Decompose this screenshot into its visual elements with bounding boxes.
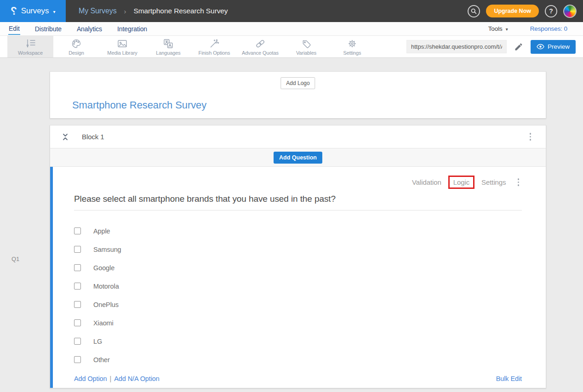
checkbox-samsung[interactable] xyxy=(74,246,81,253)
chain-links-icon xyxy=(255,38,266,49)
top-bar: ? Surveys ▾ My Surveys › Smartphone Rese… xyxy=(0,0,583,22)
breadcrumb-separator-icon: › xyxy=(124,7,126,15)
collapse-block-button[interactable] xyxy=(62,133,69,141)
option-row-oneplus: OnePlus xyxy=(74,295,522,314)
block-title[interactable]: Block 1 xyxy=(82,133,104,141)
workspace-icon xyxy=(24,38,36,49)
add-logo-button[interactable]: Add Logo xyxy=(280,77,315,89)
topbar-actions: Upgrade Now ? xyxy=(468,5,583,18)
collapse-vertical-icon xyxy=(62,133,69,141)
survey-nav: Edit Distribute Analytics Integration To… xyxy=(0,22,583,36)
upgrade-now-button[interactable]: Upgrade Now xyxy=(486,5,539,17)
tag-icon xyxy=(301,38,312,49)
add-question-strip: Add Question xyxy=(50,148,546,167)
question-footer: Add Option | Add N/A Option Bulk Edit xyxy=(74,375,522,382)
questionpro-logo-icon: ? xyxy=(11,5,17,17)
block-menu-button[interactable] xyxy=(527,131,534,142)
option-label[interactable]: Apple xyxy=(93,227,110,235)
question-logic-link[interactable]: Logic xyxy=(448,176,474,189)
question-card: Validation Logic Settings Please select … xyxy=(50,167,546,388)
option-label[interactable]: Xiaomi xyxy=(93,319,114,327)
option-row-google: Google xyxy=(74,259,522,277)
gear-icon xyxy=(347,38,358,49)
question-number-label: Q1 xyxy=(11,256,19,262)
footer-divider: | xyxy=(110,375,112,382)
option-row-xiaomi: Xiaomi xyxy=(74,314,522,332)
checkbox-lg[interactable] xyxy=(74,338,81,345)
responses-count[interactable]: Responses: 0 xyxy=(530,25,567,32)
option-row-lg: LG xyxy=(74,332,522,351)
add-question-button[interactable]: Add Question xyxy=(274,152,322,164)
tab-edit[interactable]: Edit xyxy=(8,23,20,35)
option-row-other: Other xyxy=(74,351,522,369)
breadcrumb-current-survey: Smartphone Research Survey xyxy=(133,7,228,15)
add-na-option-link[interactable]: Add N/A Option xyxy=(114,375,160,382)
survey-editor-canvas: Add Logo Smartphone Research Survey Bloc… xyxy=(0,58,583,392)
chevron-down-icon: ▾ xyxy=(506,27,508,32)
brand-menu[interactable]: ? Surveys ▾ xyxy=(0,0,66,22)
languages-icon xyxy=(163,38,174,49)
option-label[interactable]: Other xyxy=(93,356,110,364)
checkbox-apple[interactable] xyxy=(74,227,81,234)
edit-url-button[interactable] xyxy=(514,42,523,51)
kebab-menu-icon xyxy=(530,133,532,135)
option-label[interactable]: OnePlus xyxy=(93,301,119,308)
option-label[interactable]: LG xyxy=(93,338,102,345)
checkbox-xiaomi[interactable] xyxy=(74,319,81,326)
breadcrumb-my-surveys[interactable]: My Surveys xyxy=(79,7,117,15)
media-library-icon xyxy=(117,38,128,49)
toolbar-item-design[interactable]: Design xyxy=(53,36,99,57)
survey-url-group: Preview xyxy=(406,36,583,57)
tab-integration[interactable]: Integration xyxy=(117,23,148,34)
toolbar-item-variables[interactable]: Variables xyxy=(283,36,329,57)
toolbar-item-advance-quotas[interactable]: Advance Quotas xyxy=(237,36,283,57)
user-avatar[interactable] xyxy=(563,5,577,18)
survey-url-input[interactable] xyxy=(406,40,507,53)
toolbar-item-finish-options[interactable]: Finish Options xyxy=(191,36,237,57)
question-menu-button[interactable] xyxy=(515,176,522,188)
question-settings-link[interactable]: Settings xyxy=(481,178,506,186)
chevron-down-icon: ▾ xyxy=(53,9,55,14)
kebab-menu-icon xyxy=(518,178,520,180)
pencil-icon xyxy=(514,42,523,51)
tools-dropdown[interactable]: Tools▾ xyxy=(488,25,508,32)
checkbox-motorola[interactable] xyxy=(74,283,81,290)
toolbar-item-languages[interactable]: Languages xyxy=(145,36,191,57)
brand-label: Surveys xyxy=(21,6,49,16)
option-row-motorola: Motorola xyxy=(74,277,522,295)
survey-header-card: Add Logo Smartphone Research Survey xyxy=(50,71,546,119)
option-label[interactable]: Samsung xyxy=(93,246,121,253)
tab-analytics[interactable]: Analytics xyxy=(76,23,103,34)
bulk-edit-link[interactable]: Bulk Edit xyxy=(496,375,522,382)
search-button[interactable] xyxy=(468,5,480,17)
breadcrumb: My Surveys › Smartphone Research Survey xyxy=(79,7,228,15)
design-palette-icon xyxy=(71,38,82,49)
eye-icon xyxy=(537,44,544,50)
question-mark-icon: ? xyxy=(549,7,553,15)
checkbox-google[interactable] xyxy=(74,264,81,271)
preview-button[interactable]: Preview xyxy=(531,40,576,54)
question-text[interactable]: Please select all smartphone brands that… xyxy=(74,194,522,210)
answer-options: Apple Samsung Google Motorola OnePlus xyxy=(74,222,522,369)
toolbar-item-workspace[interactable]: Workspace xyxy=(7,36,53,57)
block-header: Block 1 xyxy=(50,125,546,148)
add-option-link[interactable]: Add Option xyxy=(74,375,107,382)
checkbox-other[interactable] xyxy=(74,356,81,363)
option-row-apple: Apple xyxy=(74,222,522,240)
option-row-samsung: Samsung xyxy=(74,240,522,259)
toolbar-item-media-library[interactable]: Media Library xyxy=(99,36,145,57)
question-menu: Validation Logic Settings xyxy=(74,167,522,188)
nav-right: Tools▾ Responses: 0 xyxy=(488,25,575,32)
tab-distribute[interactable]: Distribute xyxy=(34,23,62,34)
option-label[interactable]: Motorola xyxy=(93,283,119,290)
question-validation-link[interactable]: Validation xyxy=(412,178,441,186)
option-label[interactable]: Google xyxy=(93,264,114,272)
block-card: Block 1 Add Question Validation Logic Se… xyxy=(50,125,546,388)
checkbox-oneplus[interactable] xyxy=(74,301,81,308)
help-button[interactable]: ? xyxy=(545,5,557,17)
toolbar-item-settings[interactable]: Settings xyxy=(329,36,375,57)
editor-toolbar: Workspace Design Media Library Languages… xyxy=(0,36,583,58)
search-icon xyxy=(470,8,477,15)
magic-wand-icon xyxy=(209,38,220,49)
